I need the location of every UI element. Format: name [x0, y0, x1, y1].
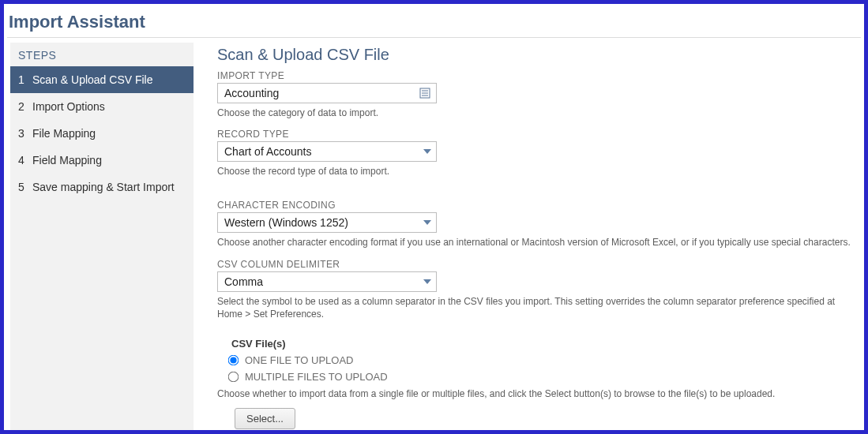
radio-multi-file[interactable]: MULTIPLE FILES TO UPLOAD — [228, 371, 858, 383]
csv-delimiter-value: Comma — [224, 275, 263, 288]
record-type-label: RECORD TYPE — [217, 129, 858, 140]
sidebar-item-label: Field Mapping — [32, 154, 102, 166]
record-type-select[interactable]: Chart of Accounts — [217, 141, 437, 162]
char-encoding-hint: Choose another character encoding format… — [217, 236, 858, 249]
sidebar-item-label: File Mapping — [32, 127, 96, 140]
chevron-down-icon — [423, 149, 431, 154]
csv-delimiter-label: CSV COLUMN DELIMITER — [217, 259, 858, 270]
csv-files-hint: Choose whether to import data from a sin… — [217, 387, 858, 400]
divider — [7, 37, 861, 38]
csv-delimiter-hint: Select the symbol to be used as a column… — [217, 295, 858, 320]
select-file-button[interactable]: Select... — [235, 408, 295, 429]
char-encoding-value: Western (Windows 1252) — [224, 216, 348, 229]
import-type-label: IMPORT TYPE — [217, 70, 858, 81]
sidebar-header: STEPS — [10, 43, 194, 66]
radio-one-file-label: ONE FILE TO UPLOAD — [245, 354, 354, 366]
import-type-select[interactable]: Accounting — [217, 83, 437, 103]
csv-files-label: CSV File(s) — [231, 338, 858, 350]
sidebar-item-label: Scan & Upload CSV File — [32, 73, 153, 86]
main-panel: Scan & Upload CSV File IMPORT TYPE Accou… — [194, 43, 864, 434]
import-type-hint: Choose the category of data to import. — [217, 107, 858, 119]
sidebar-item-file-mapping[interactable]: 3 File Mapping — [10, 120, 194, 147]
radio-one-file-input[interactable] — [228, 355, 239, 366]
chevron-down-icon — [423, 220, 431, 225]
sidebar-item-label: Save mapping & Start Import — [32, 181, 175, 193]
section-title: Scan & Upload CSV File — [217, 46, 858, 64]
step-number: 5 — [18, 181, 28, 193]
record-type-hint: Choose the record type of data to import… — [217, 165, 858, 178]
step-number: 3 — [18, 127, 28, 140]
import-type-value: Accounting — [224, 87, 279, 99]
list-icon — [419, 87, 431, 99]
step-number: 1 — [18, 73, 28, 86]
char-encoding-label: CHARACTER ENCODING — [217, 200, 858, 211]
csv-delimiter-select[interactable]: Comma — [217, 271, 437, 292]
step-number: 2 — [18, 100, 28, 113]
sidebar-item-field-mapping[interactable]: 4 Field Mapping — [10, 147, 194, 174]
radio-one-file[interactable]: ONE FILE TO UPLOAD — [228, 354, 858, 366]
char-encoding-select[interactable]: Western (Windows 1252) — [217, 212, 437, 233]
sidebar-item-save-start[interactable]: 5 Save mapping & Start Import — [10, 174, 194, 200]
page-title: Import Assistant — [4, 4, 864, 37]
steps-sidebar: STEPS 1 Scan & Upload CSV File 2 Import … — [10, 43, 194, 434]
sidebar-item-scan-upload[interactable]: 1 Scan & Upload CSV File — [10, 66, 194, 93]
sidebar-item-import-options[interactable]: 2 Import Options — [10, 93, 194, 120]
sidebar-item-label: Import Options — [32, 100, 105, 113]
step-number: 4 — [18, 154, 28, 166]
radio-multi-file-input[interactable] — [228, 372, 239, 383]
radio-multi-file-label: MULTIPLE FILES TO UPLOAD — [245, 371, 388, 383]
chevron-down-icon — [423, 279, 431, 284]
record-type-value: Chart of Accounts — [224, 145, 312, 158]
